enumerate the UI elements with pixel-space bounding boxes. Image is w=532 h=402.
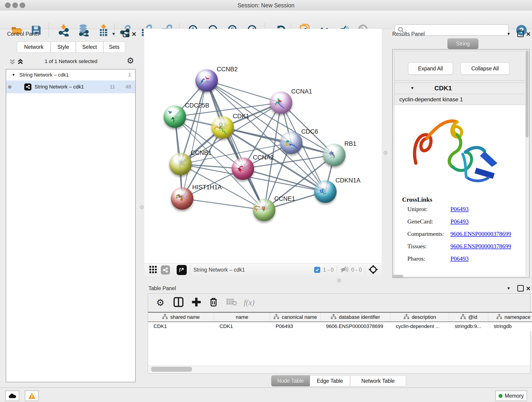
column-tree-icon: [460, 314, 466, 321]
table-cell[interactable]: CDK1: [214, 322, 270, 331]
network-node-ccne1[interactable]: [253, 199, 275, 221]
table-panel-body: ⚙ f(x) shared namenamecanonical namedata…: [148, 293, 530, 374]
table-cell[interactable]: stringdb: [488, 322, 532, 331]
results-panel-menu-icon[interactable]: ▼: [507, 32, 511, 36]
network-node-hist1h1a[interactable]: [171, 187, 193, 210]
node-label-cdc6: CDC6: [301, 128, 318, 135]
table-cell[interactable]: 9606.ENSP00000378699: [321, 322, 390, 331]
cloud-status-button[interactable]: [5, 390, 19, 401]
crosslink-row: Uniprot:P06493: [407, 206, 522, 213]
tab-style[interactable]: Style: [51, 41, 76, 53]
network-node-ccna1[interactable]: [270, 91, 292, 114]
tab-edge-table[interactable]: Edge Table: [310, 375, 350, 386]
import-table-icon[interactable]: [97, 24, 110, 37]
tab-node-table[interactable]: Node Table: [271, 375, 310, 386]
title-bar: Session: New Session: [0, 0, 532, 11]
memory-button[interactable]: Memory: [495, 390, 527, 401]
column-header-sharedname[interactable]: shared name: [148, 313, 214, 322]
expand-all-button[interactable]: Expand All: [408, 62, 453, 75]
network-node-ccnb2[interactable]: [196, 69, 218, 92]
network-node-rb1[interactable]: [323, 144, 346, 166]
float-results-panel-icon[interactable]: [517, 31, 524, 37]
float-table-panel-icon[interactable]: [517, 285, 524, 292]
tab-sets[interactable]: Sets: [103, 41, 125, 53]
crosslink-row: GeneCard:P06493: [407, 218, 522, 225]
crosslink-row: Pharos:P06493: [407, 255, 522, 262]
crosslink-link[interactable]: P06493: [450, 206, 469, 213]
network-canvas[interactable]: CCNB2CCNA1CDC25BCDK1CDC6RB1CCNB1CCNA2CDK…: [144, 29, 382, 263]
crosslink-link[interactable]: 9606.ENSP00000378699: [450, 230, 511, 237]
crosslink-link[interactable]: 9606.ENSP00000378699: [450, 243, 511, 250]
node-label-ccnb2: CCNB2: [217, 66, 238, 73]
sphere-highlight: [284, 133, 297, 140]
table-hscrollbar[interactable]: [148, 366, 530, 373]
table-toolbar: ⚙ f(x): [148, 294, 530, 312]
bottom-splitter-handle[interactable]: [337, 279, 341, 282]
crosslink-link[interactable]: P06493: [450, 255, 469, 262]
import-database-icon[interactable]: [77, 24, 89, 37]
table-panel-menu-icon[interactable]: ▼: [507, 286, 511, 291]
close-results-panel-icon[interactable]: ✕: [526, 31, 531, 38]
section-collapse-triangle-icon[interactable]: ▼: [410, 86, 414, 90]
warning-status-button[interactable]: [25, 390, 39, 401]
table-cell[interactable]: cyclin-dependent ...: [390, 322, 449, 331]
table-settings-gear-icon[interactable]: ⚙: [156, 297, 165, 308]
results-hscrollbar-thumb[interactable]: [393, 275, 403, 278]
right-splitter-handle[interactable]: [384, 151, 387, 155]
column-tree-icon: [162, 314, 168, 321]
table-row[interactable]: CDK1CDK1P064939606.ENSP00000378699cyclin…: [148, 322, 532, 331]
column-header-namespace[interactable]: namespace: [488, 313, 532, 322]
network-node-cdkn1a[interactable]: [314, 180, 336, 203]
node-count: 11: [110, 84, 115, 90]
open-in-new-window-icon[interactable]: [177, 265, 187, 275]
close-table-panel-icon[interactable]: ✕: [526, 285, 531, 292]
column-header-canonicalname[interactable]: canonical name: [270, 313, 321, 322]
collapse-triangle-icon[interactable]: ▼: [12, 73, 15, 77]
tab-select[interactable]: Select: [76, 41, 103, 53]
control-panel-title: Control Panel: [7, 31, 39, 37]
expand-all-networks-icon[interactable]: [17, 58, 24, 66]
add-column-icon[interactable]: [191, 297, 202, 308]
cloud-icon: [8, 393, 16, 399]
crosslink-link[interactable]: P06493: [450, 218, 469, 225]
hidden-counts: 0 - 0: [351, 267, 362, 273]
column-header-databaseidentifier[interactable]: database identifier: [321, 313, 390, 322]
delete-table-icon-disabled: [226, 298, 237, 307]
import-network-icon[interactable]: [57, 24, 70, 37]
network-style-icon[interactable]: [161, 265, 170, 274]
fit-selected-target-icon[interactable]: [368, 265, 378, 275]
tab-string-results[interactable]: String: [447, 38, 478, 49]
close-panel-icon[interactable]: ✕: [132, 31, 137, 38]
column-tree-icon: [496, 314, 502, 321]
table-cell[interactable]: CDK1: [148, 322, 214, 331]
column-header-name[interactable]: name: [214, 313, 270, 322]
delete-column-trash-icon[interactable]: [209, 297, 218, 308]
network-node-cdk1[interactable]: [211, 116, 234, 139]
control-panel-menu-icon[interactable]: ▼: [112, 32, 116, 36]
collapse-all-networks-icon[interactable]: [8, 58, 16, 66]
float-panel-icon[interactable]: [123, 31, 129, 37]
network-node-ccna2[interactable]: [232, 157, 254, 180]
left-splitter-handle[interactable]: [140, 205, 144, 209]
table-cell[interactable]: P06493: [270, 322, 321, 331]
results-scrollbar[interactable]: [525, 50, 529, 278]
network-row-selected[interactable]: String Network – cdk1 11 48: [6, 80, 135, 93]
gene-section-header[interactable]: ▼ CDK1: [394, 83, 528, 94]
selected-nodes-checkbox-icon[interactable]: [314, 267, 320, 273]
network-selection-status: 1 of 1 Network selected: [30, 58, 112, 64]
network-node-cdc25b[interactable]: [164, 105, 186, 128]
tab-network[interactable]: Network: [17, 41, 51, 53]
network-collection-row[interactable]: ▼ String Network – cdk1 1: [6, 70, 135, 80]
tab-network-table[interactable]: Network Table: [350, 375, 406, 386]
column-header-id[interactable]: @id: [449, 313, 488, 322]
network-node-cdc6[interactable]: [280, 132, 302, 154]
hidden-eye-slash-icon[interactable]: [340, 266, 349, 274]
column-header-label: database identifier: [339, 314, 380, 320]
network-options-gear-icon[interactable]: ⚙: [127, 56, 134, 65]
collapse-all-button[interactable]: Collapse All: [461, 62, 510, 75]
network-node-ccnb1[interactable]: [169, 153, 192, 175]
table-cell[interactable]: stringdb:9...: [449, 322, 488, 331]
birds-eye-view-icon[interactable]: [149, 265, 157, 274]
show-columns-icon[interactable]: [173, 297, 184, 308]
column-header-description[interactable]: description: [390, 313, 449, 322]
